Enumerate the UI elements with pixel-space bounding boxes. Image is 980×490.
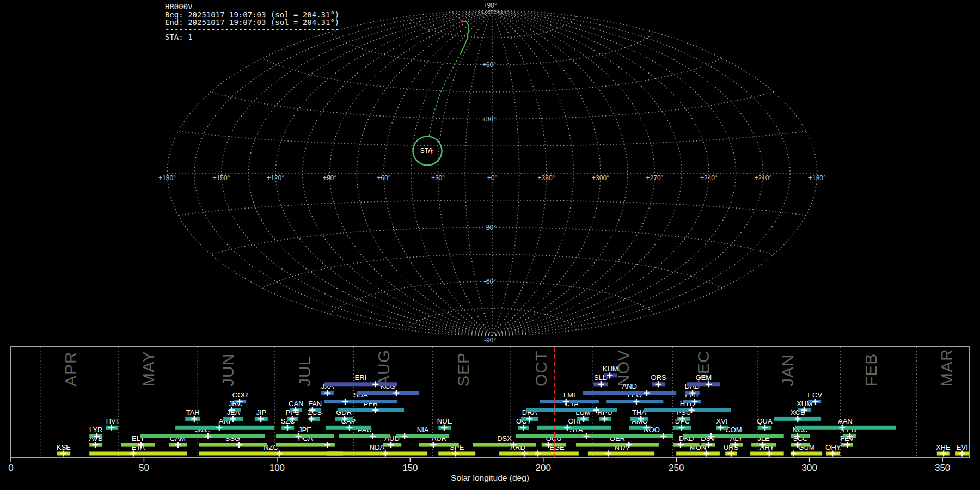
header-sta-count: STA: 1	[165, 33, 193, 41]
shower-code-label: NIA	[417, 426, 429, 434]
shower-bar	[644, 408, 731, 412]
shower-code-label: DSX	[497, 434, 512, 443]
shower-QUA: QUA	[757, 417, 773, 431]
shower-code-label: LYR	[89, 426, 102, 434]
shower-bar	[419, 443, 459, 447]
x-tick-label: 250	[669, 463, 684, 473]
sky-lat-label: -30°	[484, 224, 496, 231]
shower-code-label: KSE	[57, 443, 71, 451]
shower-bar	[327, 452, 427, 456]
shower-bar	[473, 443, 536, 447]
shower-code-label: AAN	[838, 417, 853, 425]
shower-code-label: CAN	[289, 400, 303, 408]
scene-svg: +180°+150°+120°+90°+60°+30°+0°+330°+300°…	[0, 0, 980, 490]
shower-code-label: OHY	[825, 443, 841, 451]
sky-lat-label: -60°	[484, 278, 496, 285]
shower-CAN: CAN	[289, 400, 303, 413]
shower-code-label: JIP	[256, 408, 266, 416]
shower-code-label: TAH	[186, 408, 200, 416]
shower-XHE: XHE	[936, 443, 951, 457]
x-axis-title: Solar longitude (deg)	[451, 473, 529, 482]
shower-bar	[526, 408, 617, 412]
shower-EVI: EVI	[955, 443, 969, 457]
shower-bar	[140, 434, 265, 438]
month-label: SEP	[454, 352, 472, 387]
x-tick-label: 0	[8, 463, 13, 473]
shower-bar	[89, 452, 187, 456]
sta-label: STA	[420, 147, 432, 155]
month-label: MAR	[938, 348, 955, 387]
shower-FAN: FAN	[308, 400, 322, 413]
shower-bar	[583, 391, 676, 395]
sky-lon-label: +270°	[646, 174, 664, 182]
shower-bar	[630, 434, 673, 438]
sky-lat-label: +60°	[482, 61, 496, 69]
shower-code-label: LMI	[564, 391, 575, 399]
shower-bar	[324, 382, 397, 386]
trajectory-start-dot	[461, 20, 463, 22]
shower-bar	[795, 426, 896, 430]
shower-code-label: JPE	[298, 426, 311, 434]
shower-XVI: XVI	[716, 417, 728, 431]
month-label: MAY	[139, 351, 157, 387]
shower-bar	[338, 408, 404, 412]
shower-bar	[540, 400, 599, 403]
shower-COR: COR	[232, 391, 248, 405]
shower-code-label: COR	[232, 391, 248, 399]
shower-bar	[537, 426, 611, 430]
shower-bar	[683, 434, 784, 438]
shower-LYR: LYR	[89, 426, 102, 439]
shower-code-label: EVI	[957, 443, 968, 451]
sky-lon-label: +60°	[377, 174, 390, 182]
shower-bar	[516, 434, 637, 438]
shower-bar	[324, 400, 397, 403]
shower-KUM: KUM	[603, 365, 618, 378]
shower-code-label: XVI	[716, 417, 728, 425]
sky-lon-label: +120°	[267, 174, 284, 182]
month-label: AUG	[375, 350, 393, 387]
sky-lon-label: +90°	[323, 174, 336, 182]
x-tick-label: 50	[139, 463, 149, 473]
sky-lat-label: +30°	[482, 115, 496, 123]
x-tick-label: 350	[935, 463, 950, 473]
shower-ECV: ECV	[807, 391, 822, 405]
shower-bar	[199, 452, 343, 456]
sky-lon-label: +180°	[808, 174, 826, 182]
shower-code-label: KUM	[603, 365, 618, 373]
sky-lon-label: +150°	[213, 174, 230, 182]
sky-lat-label: -90°	[484, 336, 496, 344]
x-tick-label: 150	[402, 463, 418, 473]
shower-bar	[199, 443, 267, 447]
shower-code-label: ERI	[355, 373, 367, 382]
shower-OHY: OHY	[825, 443, 841, 457]
sky-lon-label: +0°	[487, 174, 498, 182]
month-label: JUN	[219, 353, 237, 387]
shower-bar	[588, 452, 654, 456]
shower-bar	[535, 452, 579, 456]
shower-NUE: NUE	[437, 417, 452, 431]
shower-code-label: ECV	[807, 391, 822, 399]
x-tick-label: 300	[801, 463, 817, 473]
sky-lon-label: +240°	[700, 174, 718, 182]
month-label: JUL	[296, 356, 314, 387]
shower-code-label: XHE	[936, 443, 951, 451]
sky-lon-label: +180°	[158, 174, 176, 182]
shower-bar	[687, 382, 720, 386]
sky-lon-label: +300°	[592, 174, 609, 182]
month-label: JAN	[779, 354, 797, 387]
x-tick-label: 100	[270, 463, 285, 473]
sky-lat-label: +90°	[483, 2, 497, 9]
shower-code-label: GEM	[695, 373, 712, 382]
shower-code-label: HVI	[106, 417, 118, 425]
shower-HVI: HVI	[106, 417, 118, 431]
shower-code-label: AND	[622, 382, 636, 390]
sky-lon-label: +30°	[431, 174, 445, 182]
header-title: HR000V	[165, 2, 193, 11]
month-label: OCT	[532, 351, 550, 387]
shower-KSE: KSE	[57, 443, 71, 457]
month-label: APR	[62, 351, 79, 387]
shower-bar	[542, 443, 566, 447]
shower-bar	[357, 391, 419, 395]
shower-bar	[175, 426, 274, 430]
sky-lon-label: +210°	[754, 174, 771, 182]
